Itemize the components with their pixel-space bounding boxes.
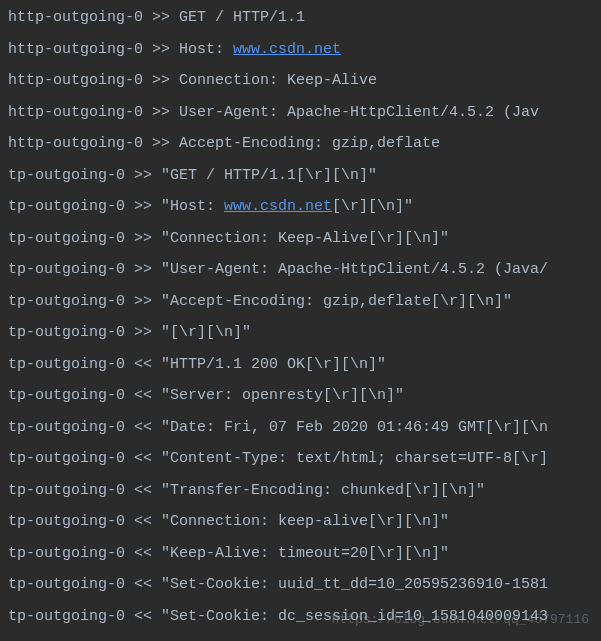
log-prefix: http-outgoing-0 >> [8, 72, 179, 89]
log-line: tp-outgoing-0 << "Transfer-Encoding: chu… [8, 475, 601, 507]
log-text: User-Agent: Apache-HttpClient/4.5.2 (Jav [179, 104, 539, 121]
log-text: "Set-Cookie: dc_session_id=10_1581040009… [161, 608, 548, 625]
log-text: "Connection: Keep-Alive[\r][\n]" [161, 230, 449, 247]
log-text: "Date: Fri, 07 Feb 2020 01:46:49 GMT[\r]… [161, 419, 548, 436]
log-prefix: tp-outgoing-0 << [8, 545, 161, 562]
log-text: GET / HTTP/1.1 [179, 9, 305, 26]
log-line: tp-outgoing-0 << "HTTP/1.1 200 OK[\r][\n… [8, 349, 601, 381]
log-text: "Connection: keep-alive[\r][\n]" [161, 513, 449, 530]
log-prefix: tp-outgoing-0 >> [8, 230, 161, 247]
log-line: tp-outgoing-0 >> "GET / HTTP/1.1[\r][\n]… [8, 160, 601, 192]
log-prefix: tp-outgoing-0 << [8, 387, 161, 404]
log-prefix: tp-outgoing-0 << [8, 450, 161, 467]
log-line: tp-outgoing-0 >> "Connection: Keep-Alive… [8, 223, 601, 255]
log-text: "Keep-Alive: timeout=20[\r][\n]" [161, 545, 449, 562]
log-line: tp-outgoing-0 << "Set-Cookie: dc_session… [8, 601, 601, 633]
log-line: http-outgoing-0 >> GET / HTTP/1.1 [8, 2, 601, 34]
log-line: tp-outgoing-0 << "Keep-Alive: timeout=20… [8, 538, 601, 570]
log-prefix: tp-outgoing-0 >> [8, 198, 161, 215]
log-text: Connection: Keep-Alive [179, 72, 377, 89]
log-line: tp-outgoing-0 << "Server: openresty[\r][… [8, 380, 601, 412]
log-text: "Server: openresty[\r][\n]" [161, 387, 404, 404]
log-prefix: http-outgoing-0 >> [8, 41, 179, 58]
log-prefix: http-outgoing-0 >> [8, 104, 179, 121]
log-line: tp-outgoing-0 << "Date: Fri, 07 Feb 2020… [8, 412, 601, 444]
log-line: tp-outgoing-0 << "Set-Cookie: uuid_tt_dd… [8, 569, 601, 601]
log-line: tp-outgoing-0 >> "Accept-Encoding: gzip,… [8, 286, 601, 318]
log-prefix: tp-outgoing-0 >> [8, 167, 161, 184]
log-line: http-outgoing-0 >> Host: www.csdn.net [8, 34, 601, 66]
log-output: http-outgoing-0 >> GET / HTTP/1.1http-ou… [8, 2, 601, 632]
log-text: "Transfer-Encoding: chunked[\r][\n]" [161, 482, 485, 499]
log-line: tp-outgoing-0 >> "[\r][\n]" [8, 317, 601, 349]
log-line: tp-outgoing-0 >> "Host: www.csdn.net[\r]… [8, 191, 601, 223]
log-text: Accept-Encoding: gzip,deflate [179, 135, 440, 152]
log-line: http-outgoing-0 >> Connection: Keep-Aliv… [8, 65, 601, 97]
log-text: "Host: [161, 198, 224, 215]
log-text: "Accept-Encoding: gzip,deflate[\r][\n]" [161, 293, 512, 310]
log-prefix: http-outgoing-0 >> [8, 135, 179, 152]
log-line: http-outgoing-0 >> User-Agent: Apache-Ht… [8, 97, 601, 129]
log-text: "[\r][\n]" [161, 324, 251, 341]
url-link[interactable]: www.csdn.net [233, 41, 341, 58]
log-prefix: tp-outgoing-0 >> [8, 324, 161, 341]
log-text: "HTTP/1.1 200 OK[\r][\n]" [161, 356, 386, 373]
log-line: tp-outgoing-0 >> "User-Agent: Apache-Htt… [8, 254, 601, 286]
log-line: tp-outgoing-0 << "Connection: keep-alive… [8, 506, 601, 538]
log-prefix: tp-outgoing-0 << [8, 356, 161, 373]
log-prefix: tp-outgoing-0 >> [8, 261, 161, 278]
log-line: http-outgoing-0 >> Accept-Encoding: gzip… [8, 128, 601, 160]
url-link[interactable]: www.csdn.net [224, 198, 332, 215]
log-prefix: tp-outgoing-0 << [8, 482, 161, 499]
log-text-after: [\r][\n]" [332, 198, 413, 215]
log-prefix: tp-outgoing-0 >> [8, 293, 161, 310]
log-prefix: tp-outgoing-0 << [8, 608, 161, 625]
log-prefix: tp-outgoing-0 << [8, 576, 161, 593]
log-text: "User-Agent: Apache-HttpClient/4.5.2 (Ja… [161, 261, 548, 278]
log-prefix: http-outgoing-0 >> [8, 9, 179, 26]
log-text: "Content-Type: text/html; charset=UTF-8[… [161, 450, 548, 467]
log-prefix: tp-outgoing-0 << [8, 419, 161, 436]
log-text: "Set-Cookie: uuid_tt_dd=10_20595236910-1… [161, 576, 548, 593]
log-line: tp-outgoing-0 << "Content-Type: text/htm… [8, 443, 601, 475]
log-prefix: tp-outgoing-0 << [8, 513, 161, 530]
log-text: "GET / HTTP/1.1[\r][\n]" [161, 167, 377, 184]
log-text: Host: [179, 41, 233, 58]
